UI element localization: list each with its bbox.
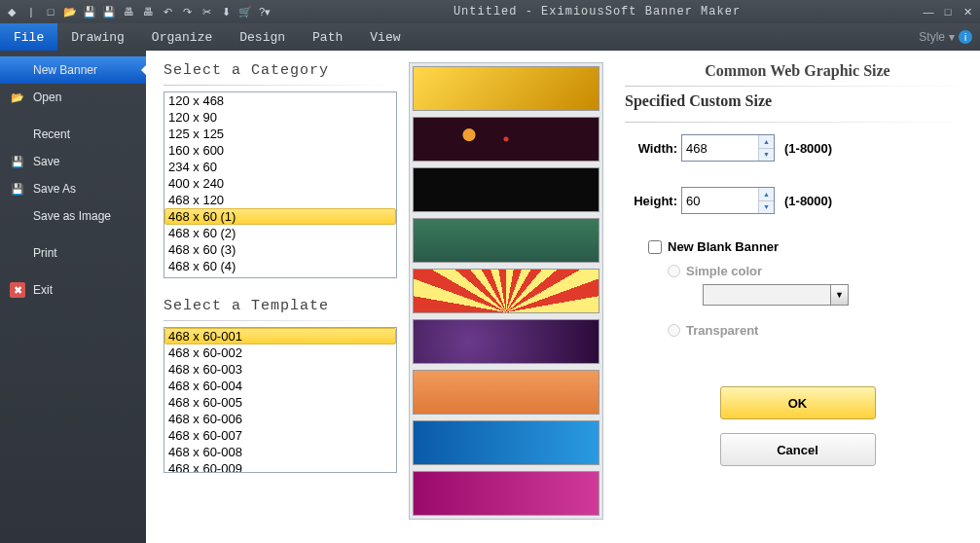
menu-view[interactable]: View: [356, 23, 414, 51]
folder-icon: 📂: [10, 90, 25, 105]
list-item[interactable]: 468 x 60-001: [164, 328, 396, 344]
blank-banner-label: New Blank Banner: [668, 239, 779, 254]
chevron-down-icon: ▼: [830, 285, 848, 305]
category-listbox[interactable]: 120 x 468120 x 90125 x 125160 x 600234 x…: [163, 91, 397, 278]
style-picker[interactable]: Style▾ i: [919, 30, 980, 44]
menu-drawing[interactable]: Drawing: [57, 23, 138, 51]
menu-organize[interactable]: Organize: [138, 23, 226, 51]
list-item[interactable]: 468 x 60-004: [164, 378, 396, 394]
sidebar-item-save-as-image[interactable]: Save as Image: [0, 202, 146, 230]
window-title: Untitled - EximiousSoft Banner Maker: [272, 5, 922, 18]
list-item[interactable]: 468 x 60-007: [164, 427, 396, 444]
custom-size-title: Specified Custom Size: [625, 92, 970, 110]
spin-down-icon[interactable]: ▼: [758, 149, 774, 162]
main-panel: Select a Category 120 x 468120 x 90125 x…: [146, 51, 980, 543]
style-label: Style: [919, 30, 945, 44]
list-item[interactable]: 120 x 90: [164, 109, 396, 126]
sidebar-item-label: Save: [33, 155, 59, 168]
template-preview-list[interactable]: [409, 62, 603, 520]
template-thumbnail[interactable]: [413, 117, 599, 162]
common-size-title: Common Web Graphic Size: [625, 62, 970, 80]
template-thumbnail[interactable]: [413, 218, 599, 263]
template-thumbnail[interactable]: [413, 370, 599, 415]
category-title: Select a Category: [163, 62, 397, 79]
undo-icon[interactable]: ↶: [160, 4, 175, 19]
sidebar-item-new-banner[interactable]: New Banner: [0, 56, 146, 84]
sidebar-item-label: Save as Image: [33, 209, 111, 223]
blank-banner-checkbox[interactable]: [648, 240, 662, 254]
height-input[interactable]: [682, 188, 758, 213]
template-thumbnail[interactable]: [413, 420, 599, 465]
list-item[interactable]: 468 x 120: [164, 192, 396, 208]
sidebar-item-open[interactable]: 📂Open: [0, 84, 146, 111]
list-item[interactable]: 468 x 60 (2): [164, 225, 396, 241]
save-icon[interactable]: 💾: [82, 4, 97, 19]
new-icon[interactable]: □: [43, 4, 58, 19]
list-item[interactable]: 125 x 125: [164, 126, 396, 142]
template-thumbnail[interactable]: [413, 167, 599, 212]
help-icon[interactable]: ?▾: [257, 4, 272, 19]
redo-icon[interactable]: ↷: [179, 4, 195, 19]
cut-icon[interactable]: ✂: [199, 4, 214, 19]
width-spinner[interactable]: ▲▼: [681, 134, 775, 162]
spin-up-icon[interactable]: ▲: [758, 135, 774, 149]
list-item[interactable]: 234 x 60: [164, 159, 396, 175]
list-item[interactable]: 468 x 60 (1): [164, 208, 396, 225]
sidebar-item-recent[interactable]: Recent: [0, 121, 146, 148]
info-icon[interactable]: i: [959, 30, 972, 44]
list-item[interactable]: 468 x 60-006: [164, 411, 396, 427]
list-item[interactable]: 400 x 240: [164, 175, 396, 192]
minimize-button[interactable]: —: [922, 5, 935, 18]
divider: [163, 85, 397, 86]
cancel-button[interactable]: Cancel: [720, 433, 876, 466]
divider: [163, 320, 397, 321]
tool-icon[interactable]: ⬇: [218, 4, 234, 19]
ok-button[interactable]: OK: [720, 386, 876, 419]
close-button[interactable]: ✕: [961, 5, 974, 18]
template-thumbnail[interactable]: [413, 471, 599, 516]
sidebar-item-label: Print: [33, 246, 57, 260]
sidebar-item-label: Save As: [33, 182, 76, 196]
list-item[interactable]: 468 x 60 (3): [164, 241, 396, 258]
sidebar-item-save-as[interactable]: 💾Save As: [0, 175, 146, 202]
simple-color-radio: [668, 265, 680, 277]
printer-icon[interactable]: 🖶: [140, 4, 156, 19]
list-item[interactable]: 160 x 600: [164, 142, 396, 159]
spin-down-icon[interactable]: ▼: [758, 201, 774, 214]
spin-up-icon[interactable]: ▲: [758, 188, 774, 201]
cart-icon[interactable]: 🛒: [237, 4, 253, 19]
template-thumbnail[interactable]: [413, 319, 599, 364]
height-label: Height:: [625, 194, 677, 208]
sidebar-item-label: Open: [33, 90, 61, 104]
maximize-button[interactable]: □: [941, 5, 955, 18]
template-listbox[interactable]: 468 x 60-001468 x 60-002468 x 60-003468 …: [163, 327, 397, 473]
list-item[interactable]: 468 x 60-002: [164, 344, 396, 361]
menu-path[interactable]: Path: [299, 23, 356, 51]
template-thumbnail[interactable]: [413, 269, 599, 313]
divider: [625, 86, 970, 87]
file-sidebar: New Banner📂OpenRecent💾Save💾Save AsSave a…: [0, 51, 146, 543]
list-item[interactable]: 468 x 60-008: [164, 444, 396, 460]
sidebar-item-exit[interactable]: ✖Exit: [0, 276, 146, 304]
list-item[interactable]: 468 x 60 (4): [164, 258, 396, 274]
list-item[interactable]: 468 x 60-003: [164, 361, 396, 378]
menu-design[interactable]: Design: [226, 23, 299, 51]
width-range: (1-8000): [784, 141, 832, 156]
save-as-icon[interactable]: 💾: [101, 4, 117, 19]
sidebar-item-print[interactable]: Print: [0, 239, 146, 267]
template-thumbnail[interactable]: [413, 66, 599, 111]
list-item[interactable]: 120 x 468: [164, 92, 396, 109]
sidebar-item-save[interactable]: 💾Save: [0, 148, 146, 175]
disk-icon: 💾: [10, 181, 25, 197]
width-input[interactable]: [682, 135, 758, 161]
color-combobox: ▼: [703, 284, 849, 306]
print-icon[interactable]: 🖶: [121, 4, 136, 19]
list-item[interactable]: 468 x 60-009: [164, 460, 396, 473]
transparent-radio: [668, 324, 680, 337]
title-bar: ◆ | □ 📂 💾 💾 🖶 🖶 ↶ ↷ ✂ ⬇ 🛒 ?▾ Untitled - …: [0, 0, 980, 23]
menu-file[interactable]: File: [0, 23, 57, 51]
open-icon[interactable]: 📂: [62, 4, 78, 19]
height-spinner[interactable]: ▲▼: [681, 187, 775, 214]
sidebar-item-label: New Banner: [33, 63, 97, 77]
list-item[interactable]: 468 x 60-005: [164, 394, 396, 411]
